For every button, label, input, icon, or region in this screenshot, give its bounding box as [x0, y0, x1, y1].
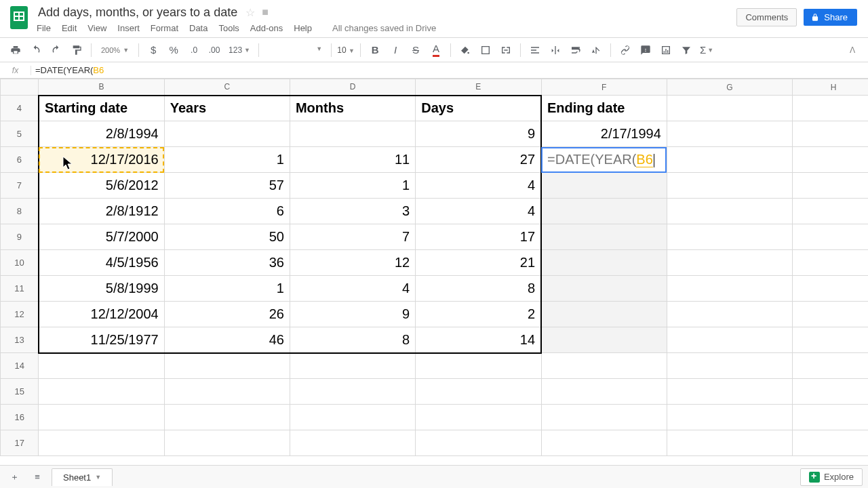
cell-G17[interactable]	[667, 430, 792, 456]
text-color-icon[interactable]: A	[427, 41, 445, 59]
cell-H10[interactable]	[793, 250, 868, 276]
sheets-app-icon[interactable]	[5, 4, 33, 31]
cell-D6[interactable]: 11	[290, 147, 415, 173]
cell-E5[interactable]: 9	[416, 121, 541, 147]
cell-C4[interactable]: Years	[164, 96, 290, 121]
fill-color-icon[interactable]	[456, 41, 474, 59]
cell-F5[interactable]: 2/17/1994	[541, 121, 667, 147]
vertical-align-icon[interactable]	[547, 41, 564, 59]
increase-decimal-icon[interactable]: .00	[205, 41, 223, 59]
cell-H4[interactable]	[793, 96, 868, 121]
cell-C10[interactable]: 36	[164, 250, 290, 276]
cell-G9[interactable]	[667, 224, 792, 250]
cell-B5[interactable]: 2/8/1994	[39, 121, 164, 147]
paint-format-icon[interactable]	[68, 41, 85, 59]
cell-H12[interactable]	[793, 302, 868, 327]
cell-C5[interactable]	[164, 121, 290, 147]
cell-F15[interactable]	[541, 379, 667, 405]
cell-D17[interactable]	[290, 430, 415, 456]
cell-G10[interactable]	[667, 250, 792, 276]
cell-C15[interactable]	[164, 379, 290, 405]
merge-cells-icon[interactable]	[497, 41, 515, 59]
menu-tools[interactable]: Tools	[218, 23, 239, 33]
cell-G16[interactable]	[667, 405, 792, 430]
cell-E17[interactable]	[416, 430, 541, 456]
menu-addons[interactable]: Add-ons	[250, 23, 283, 33]
cell-B6[interactable]: 12/17/2016	[39, 147, 164, 173]
cell-B17[interactable]	[39, 430, 164, 456]
cell-E16[interactable]	[416, 405, 541, 430]
cell-F10[interactable]	[541, 250, 667, 276]
cell-F7[interactable]	[541, 173, 667, 199]
cell-B12[interactable]: 12/12/2004	[39, 302, 164, 327]
cell-H13[interactable]	[793, 327, 868, 353]
cell-C16[interactable]	[164, 405, 290, 430]
move-folder-icon[interactable]: ■	[262, 6, 269, 18]
column-header[interactable]: F	[541, 79, 667, 96]
font-size-dropdown[interactable]: 10 ▼	[337, 45, 355, 55]
cell-D8[interactable]: 3	[290, 199, 415, 224]
cell-E15[interactable]	[416, 379, 541, 405]
cell-G15[interactable]	[667, 379, 792, 405]
row-header[interactable]: 10	[1, 250, 39, 276]
row-header[interactable]: 8	[1, 199, 39, 224]
filter-icon[interactable]	[677, 41, 695, 59]
collapse-toolbar-icon[interactable]: ᐱ	[844, 41, 861, 59]
spreadsheet-grid[interactable]: BCDEFGH4Starting dateYearsMonthsDaysEndi…	[0, 79, 868, 465]
cell-E8[interactable]: 4	[416, 199, 541, 224]
redo-icon[interactable]	[47, 41, 65, 59]
menu-format[interactable]: Format	[151, 23, 178, 33]
cell-D16[interactable]	[290, 405, 415, 430]
cell-B15[interactable]	[39, 379, 164, 405]
cell-G5[interactable]	[667, 121, 792, 147]
cell-H16[interactable]	[793, 405, 868, 430]
insert-comment-icon[interactable]	[637, 41, 654, 59]
menu-view[interactable]: View	[87, 23, 106, 33]
row-header[interactable]: 5	[1, 121, 39, 147]
cell-C12[interactable]: 26	[164, 302, 290, 327]
bold-icon[interactable]: B	[366, 41, 384, 59]
explore-button[interactable]: Explore	[800, 468, 863, 486]
cell-E6[interactable]: 27	[416, 147, 541, 173]
formula-input[interactable]: =DATE(YEAR(B6	[31, 65, 868, 75]
cell-F8[interactable]	[541, 199, 667, 224]
cell-F9[interactable]	[541, 224, 667, 250]
row-header[interactable]: 9	[1, 224, 39, 250]
cell-D14[interactable]	[290, 353, 415, 379]
cell-B10[interactable]: 4/5/1956	[39, 250, 164, 276]
text-rotation-icon[interactable]	[587, 41, 605, 59]
strikethrough-icon[interactable]: S	[407, 41, 425, 59]
cell-F13[interactable]	[541, 327, 667, 353]
cell-G13[interactable]	[667, 327, 792, 353]
cell-D9[interactable]: 7	[290, 224, 415, 250]
cell-D10[interactable]: 12	[290, 250, 415, 276]
cell-G11[interactable]	[667, 276, 792, 302]
menu-insert[interactable]: Insert	[117, 23, 140, 33]
cell-B9[interactable]: 5/7/2000	[39, 224, 164, 250]
cell-C8[interactable]: 6	[164, 199, 290, 224]
menu-edit[interactable]: Edit	[62, 23, 77, 33]
cell-E12[interactable]: 2	[416, 302, 541, 327]
cell-F17[interactable]	[541, 430, 667, 456]
star-icon[interactable]: ☆	[245, 6, 255, 19]
cell-E4[interactable]: Days	[416, 96, 541, 121]
column-header[interactable]: D	[290, 79, 415, 96]
cell-H15[interactable]	[793, 379, 868, 405]
cell-B11[interactable]: 5/8/1999	[39, 276, 164, 302]
cell-E9[interactable]: 17	[416, 224, 541, 250]
format-percent-icon[interactable]: %	[165, 41, 182, 59]
cell-D4[interactable]: Months	[290, 96, 415, 121]
row-header[interactable]: 16	[1, 405, 39, 430]
row-header[interactable]: 15	[1, 379, 39, 405]
cell-B13[interactable]: 11/25/1977	[39, 327, 164, 353]
cell-B16[interactable]	[39, 405, 164, 430]
cell-F12[interactable]	[541, 302, 667, 327]
cell-C14[interactable]	[164, 353, 290, 379]
cell-E11[interactable]: 8	[416, 276, 541, 302]
row-header[interactable]: 7	[1, 173, 39, 199]
cell-F16[interactable]	[541, 405, 667, 430]
add-sheet-button[interactable]: ＋	[5, 468, 23, 486]
insert-chart-icon[interactable]	[657, 41, 675, 59]
share-button[interactable]: Share	[804, 9, 857, 26]
column-header[interactable]: H	[793, 79, 868, 96]
